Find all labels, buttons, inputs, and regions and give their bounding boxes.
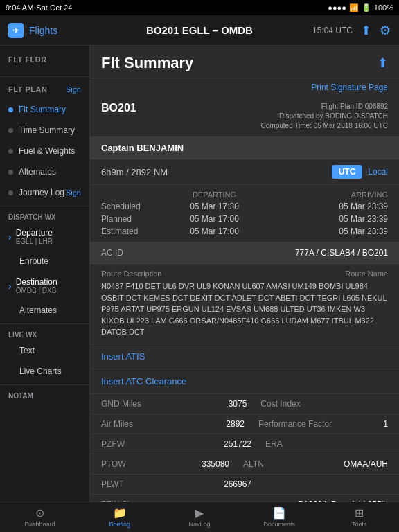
content-header: Flt Summary ⬆ [90,46,399,78]
flights-button[interactable]: Flights [29,25,57,36]
sidebar-destination-label: Destination [16,277,57,287]
insert-atc-clearance-link[interactable]: Insert ATC Clearance [90,369,399,394]
data-row-ptow: PTOW 335080 ALTN OMAA/AUH [90,454,399,475]
sidebar-item-alternates-wx[interactable]: Alternates [0,300,89,321]
alternates-dot [8,170,13,175]
data-row-pzfw: PZFW 251722 ERA [90,434,399,454]
content-area: Flt Summary ⬆ Print Signature Page BO201… [90,46,399,502]
altn-label: ALTN [229,459,344,469]
departure-collapse-icon: › [8,231,12,242]
sidebar-live-wx-charts-label: Live Charts [8,366,62,376]
signal-icon: ●●●● [328,3,346,12]
sidebar-alternates-label: Alternates [19,167,56,177]
zfw-change-value: P1000lb Burn Add 255lb [299,499,388,502]
utc-time: 15:04 UTC [312,26,353,35]
plwt-label: PLWT [101,479,224,489]
flight-id: BO201 [101,102,136,114]
data-table: GND Miles 3075 Cost Index Air Miles 2892… [90,394,399,495]
ac-id-row: AC ID 777A / CISLAB4 / BO201 [90,242,399,264]
sidebar-departure-label: Departure [16,228,53,238]
journey-log-sign-badge[interactable]: Sign [66,188,81,197]
tab-briefing-label: Briefing [109,521,131,528]
schedule-row-planned: Planned 05 Mar 17:00 05 Mar 23:39 [101,213,388,225]
bottom-tabs: ⊙ Dashboard 📁 Briefing ▶ NavLog 📄 Docume… [0,502,399,532]
perf-factor-label: Performance Factor [245,419,383,429]
flt-summary-dot [8,107,13,112]
ac-id-label: AC ID [101,248,123,258]
sidebar-item-flt-summary[interactable]: Flt Summary [0,99,89,120]
dispatched-by: Dispatched by BOEING DISPATCH [261,112,388,121]
content-title: Flt Summary [101,54,193,72]
notam-section-label: NOTAM [0,388,89,401]
sidebar-item-enroute[interactable]: Enroute [0,251,89,272]
sidebar-item-live-wx-text[interactable]: Text [0,340,89,361]
nav-title: BO201 EGLL – OMDB [98,24,301,36]
briefing-icon: 📁 [113,506,127,520]
sidebar-destination-sublabel: OMDB | DXB [16,287,57,294]
departing-header: DEPARTING [157,190,272,199]
pzfw-label: PZFW [101,439,224,449]
gnd-miles-value: 3075 [229,399,247,409]
gear-icon[interactable]: ⚙ [380,23,391,38]
battery-level: 100% [374,3,393,12]
battery-icon: 🔋 [362,3,371,12]
navlog-icon: ▶ [195,506,204,520]
sidebar-item-journey-log[interactable]: Journey Log Sign [0,182,89,203]
ac-id-value: 777A / CISLAB4 / BO201 [295,248,388,258]
ptow-label: PTOW [101,459,202,469]
destination-collapse-icon: › [8,281,12,292]
sidebar-flt-fldr-label: FLT FLDR [8,55,47,64]
sidebar-journey-log-label: Journey Log [19,188,64,197]
sidebar-item-flt-fldr[interactable]: FLT FLDR [0,50,89,69]
sidebar-enroute-label: Enroute [8,256,48,266]
sidebar: FLT FLDR FLT PLAN Sign Flt Summary Time … [0,46,90,502]
route-description-label: Route Description [101,269,161,278]
journey-log-dot [8,190,13,195]
tab-briefing[interactable]: 📁 Briefing [80,504,159,531]
tab-dashboard[interactable]: ⊙ Dashboard [0,504,80,531]
live-wx-section-label: LIVE WX [0,327,89,340]
schedule-row-scheduled: Scheduled 05 Mar 17:30 05 Mar 23:39 [101,200,388,213]
data-row-gnd-miles: GND Miles 3075 Cost Index [90,394,399,414]
plwt-value: 266967 [224,479,251,489]
duration-label: 6h9m / 2892 NM [101,167,326,177]
sidebar-item-destination[interactable]: › Destination OMDB | DXB [0,272,89,300]
flight-info-block: BO201 Flight Plan ID 006892 Dispatched b… [90,96,399,137]
tab-dashboard-label: Dashboard [25,521,55,528]
schedule-table: DEPARTING ARRIVING Scheduled 05 Mar 17:3… [90,185,399,242]
altn-value: OMAA/AUH [344,459,388,469]
air-miles-value: 2892 [226,419,245,429]
time-summary-dot [8,128,13,133]
ptow-value: 335080 [202,459,229,469]
sidebar-departure-sublabel: EGLL | LHR [16,238,53,245]
upload-icon[interactable]: ⬆ [361,23,371,38]
sidebar-item-flt-plan[interactable]: FLT PLAN Sign [0,80,89,99]
tab-documents[interactable]: 📄 Documents [240,504,319,531]
flt-plan-sign-badge[interactable]: Sign [66,85,81,94]
sidebar-item-time-summary[interactable]: Time Summary [0,120,89,141]
utc-button[interactable]: UTC [332,165,363,179]
sidebar-live-wx-text-label: Text [8,346,35,355]
share-icon[interactable]: ⬆ [378,55,388,71]
route-name-label: Route Name [345,269,388,278]
sidebar-item-fuel-weights[interactable]: Fuel & Weights [0,141,89,161]
insert-atis-link[interactable]: Insert ATIS [90,344,399,369]
route-block: Route Description Route Name N0487 F410 … [90,264,399,344]
schedule-row-estimated: Estimated 05 Mar 17:00 05 Mar 23:39 [101,225,388,238]
print-signature[interactable]: Print Signature Page [90,78,399,96]
sidebar-item-alternates[interactable]: Alternates [0,161,89,182]
dispatch-wx-section-label: DISPATCH WX [0,209,89,222]
tab-navlog[interactable]: ▶ NavLog [159,504,239,531]
data-row-air-miles: Air Miles 2892 Performance Factor 1 [90,414,399,434]
local-button[interactable]: Local [368,167,388,177]
tools-icon: ⊞ [355,506,364,520]
gnd-miles-label: GND Miles [101,399,229,409]
tab-documents-label: Documents [263,521,295,528]
sidebar-item-departure[interactable]: › Departure EGLL | LHR [0,222,89,251]
tab-tools[interactable]: ⊞ Tools [319,504,399,531]
arriving-header: ARRIVING [272,190,388,199]
sidebar-fuel-weights-label: Fuel & Weights [19,146,75,156]
captain-name: Captain BENJAMIN [101,143,184,153]
flight-plan-id: Flight Plan ID 006892 [261,102,388,112]
sidebar-item-live-wx-charts[interactable]: Live Charts [0,361,89,382]
